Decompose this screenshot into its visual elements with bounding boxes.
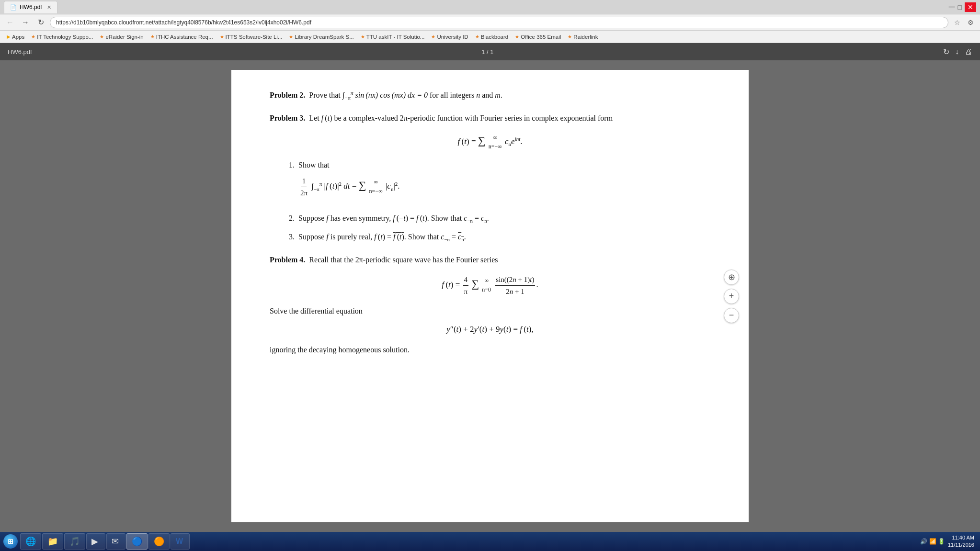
taskbar-ie[interactable]: 🌐 <box>20 533 41 550</box>
bookmark-eraider[interactable]: ★ eRaider Sign-in <box>97 33 146 41</box>
explorer-icon: 📁 <box>47 536 58 547</box>
bookmark-itts[interactable]: ★ ITTS Software-Site Li... <box>217 33 285 41</box>
start-button[interactable]: ⊞ <box>2 533 19 550</box>
problem-3-intro: Problem 3. Let f (t) be a complex-valued… <box>270 112 710 124</box>
bookmark-star-button[interactable]: ☆ <box>951 17 963 28</box>
bookmark-library-label: Library DreamSpark S... <box>295 34 353 40</box>
bookmark-raiderlink[interactable]: ★ Raiderlink <box>565 33 601 41</box>
bookmark-ttu[interactable]: ★ TTU askIT - IT Solutio... <box>358 33 428 41</box>
bookmark-bb-label: Blackboard <box>481 34 509 40</box>
close-button[interactable]: ✕ <box>965 2 976 12</box>
taskbar-email[interactable]: ✉ <box>106 533 125 550</box>
forward-button[interactable]: → <box>19 16 32 29</box>
bookmark-apps-label: Apps <box>12 34 24 40</box>
bookmark-icon-10: ★ <box>568 34 572 39</box>
content-area: Problem 2. Prove that ∫−ππ sin (nx) cos … <box>0 60 980 532</box>
browser-tab[interactable]: 📄 HW6.pdf ✕ <box>4 1 57 13</box>
clock-date: 11/11/2016 <box>948 541 974 549</box>
list-item-1: 1. Show that 1 2π ∫−ππ |f (t)|2 dt = ∑ <box>289 159 710 206</box>
ie-icon: 🌐 <box>25 536 36 547</box>
bookmark-eraider-label: eRaider Sign-in <box>105 34 143 40</box>
firefox-icon: 🟠 <box>154 536 164 547</box>
bookmark-icon-8: ★ <box>475 34 479 39</box>
bookmark-office365[interactable]: ★ Office 365 Email <box>512 33 564 41</box>
zoom-out-button[interactable]: − <box>724 308 739 323</box>
problem-3-list: 1. Show that 1 2π ∫−ππ |f (t)|2 dt = ∑ <box>289 159 710 244</box>
bookmark-icon-9: ★ <box>515 34 519 39</box>
parseval-formula: 1 2π ∫−ππ |f (t)|2 dt = ∑ ∞ n=−∞ <box>298 175 400 199</box>
taskbar-media[interactable]: 🎵 <box>64 533 85 550</box>
bookmark-university-id[interactable]: ★ University ID <box>428 33 471 41</box>
bookmark-icon-3: ★ <box>150 34 155 39</box>
bookmark-icon-4: ★ <box>220 34 224 39</box>
list-item-2-number: 2. <box>289 212 295 225</box>
square-wave-formula: f (t) = 4 π ∑ ∞ n=0 sin((2n + 1)t) 2n + … <box>270 274 710 297</box>
maximize-button[interactable]: □ <box>958 3 962 11</box>
bookmark-ithc-label: ITHC Assistance Req... <box>156 34 213 40</box>
tab-icon: 📄 <box>10 4 17 11</box>
start-orb: ⊞ <box>3 534 18 549</box>
pdf-toolbar: HW6.pdf 1 / 1 ↻ ↓ 🖨 <box>0 43 980 60</box>
bookmarks-bar: ▶ Apps ★ IT Technology Suppo... ★ eRaide… <box>0 31 980 43</box>
back-button[interactable]: ← <box>4 16 16 29</box>
pdf-download-button[interactable]: ↓ <box>955 47 959 56</box>
refresh-button[interactable]: ↻ <box>34 16 47 29</box>
bookmark-icon-6: ★ <box>361 34 365 39</box>
taskbar-explorer[interactable]: 📁 <box>42 533 63 550</box>
problem-2-text: Problem 2. Prove that ∫−ππ sin (nx) cos … <box>270 89 710 102</box>
bookmark-blackboard[interactable]: ★ Blackboard <box>472 33 512 41</box>
address-bar[interactable] <box>50 17 948 28</box>
bookmark-ithc[interactable]: ★ ITHC Assistance Req... <box>148 33 216 41</box>
list-item-1-number: 1. <box>289 159 295 206</box>
minimize-button[interactable]: ─ <box>949 2 955 12</box>
bookmark-uid-label: University ID <box>437 34 468 40</box>
taskbar-items: 🌐 📁 🎵 ▶ ✉ 🔵 🟠 W <box>20 533 915 550</box>
list-item-3: 3. Suppose f is purely real, f (t) = f (… <box>289 231 710 244</box>
pdf-toolbar-center: 1 / 1 <box>481 48 493 56</box>
problem-3-formula: f (t) = ∑ ∞ n=−∞ cneint. <box>270 132 710 151</box>
bookmark-itts-label: ITTS Software-Site Li... <box>226 34 283 40</box>
problem-4-solve: Solve the differential equation <box>270 305 710 317</box>
taskbar-firefox[interactable]: 🟠 <box>148 533 170 550</box>
zoom-fit-button[interactable]: ⊕ <box>724 270 739 285</box>
pdf-print-button[interactable]: 🖨 <box>965 47 972 56</box>
bookmark-library[interactable]: ★ Library DreamSpark S... <box>286 33 356 41</box>
problem-4: Problem 4. Recall that the 2π-periodic s… <box>270 254 710 356</box>
bookmark-apps[interactable]: ▶ Apps <box>4 33 27 41</box>
list-item-3-content: Suppose f is purely real, f (t) = f (t).… <box>298 231 466 244</box>
clock-time: 11:40 AM <box>948 534 974 541</box>
word-icon: W <box>176 537 183 546</box>
diff-eq-formula: y″(t) + 2y′(t) + 9y(t) = f (t), <box>270 323 710 336</box>
chrome-icon: 🔵 <box>132 536 142 547</box>
tab-title: HW6.pdf <box>20 4 42 11</box>
zoom-in-button[interactable]: + <box>724 289 739 304</box>
taskbar-word[interactable]: W <box>171 533 190 550</box>
problem-3: Problem 3. Let f (t) be a complex-valued… <box>270 112 710 244</box>
tab-close-button[interactable]: ✕ <box>47 4 51 11</box>
bookmark-icon-1: ★ <box>31 34 35 39</box>
problem-4-intro: Problem 4. Recall that the 2π-periodic s… <box>270 254 710 266</box>
pdf-refresh-button[interactable]: ↻ <box>943 47 949 56</box>
problem-4-outro: ignoring the decaying homogeneous soluti… <box>270 344 710 356</box>
pdf-filename: HW6.pdf <box>8 48 32 56</box>
player-icon: ▶ <box>91 536 98 547</box>
pdf-page: Problem 2. Prove that ∫−ππ sin (nx) cos … <box>231 70 749 522</box>
problem-2: Problem 2. Prove that ∫−ππ sin (nx) cos … <box>270 89 710 102</box>
taskbar-player[interactable]: ▶ <box>86 533 105 550</box>
bookmark-it-support[interactable]: ★ IT Technology Suppo... <box>28 33 96 41</box>
list-item-2: 2. Suppose f has even symmetry, f (−t) =… <box>289 212 710 225</box>
taskbar-clock: 11:40 AM 11/11/2016 <box>948 534 974 549</box>
list-item-3-number: 3. <box>289 231 295 244</box>
email-icon: ✉ <box>112 536 119 547</box>
taskbar-chrome[interactable]: 🔵 <box>126 533 148 550</box>
list-item-2-content: Suppose f has even symmetry, f (−t) = f … <box>298 212 489 225</box>
pdf-page-indicator: 1 / 1 <box>481 48 493 56</box>
bookmark-rl-label: Raiderlink <box>573 34 598 40</box>
bookmark-ttu-label: TTU askIT - IT Solutio... <box>366 34 425 40</box>
content-wrapper: Problem 2. Prove that ∫−ππ sin (nx) cos … <box>231 70 749 522</box>
pdf-toolbar-left: HW6.pdf <box>8 48 32 56</box>
settings-button[interactable]: ⚙ <box>965 17 976 28</box>
taskbar: ⊞ 🌐 📁 🎵 ▶ ✉ 🔵 🟠 W 🔊 📶 🔋 11:40 AM <box>0 532 980 551</box>
navigation-bar: ← → ↻ ☆ ⚙ <box>0 14 980 31</box>
bookmark-it-label: IT Technology Suppo... <box>37 34 93 40</box>
